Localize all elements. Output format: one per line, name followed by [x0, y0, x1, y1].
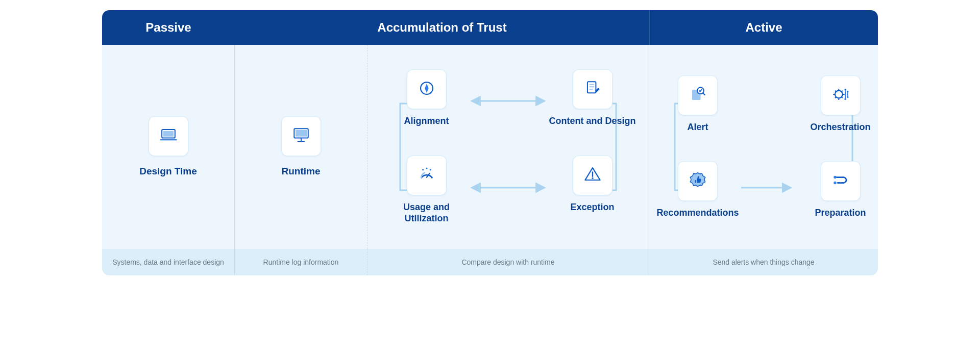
footer-row: Systems, data and interface design Runti…	[102, 249, 878, 275]
thumbs-up-badge-icon	[687, 169, 709, 193]
preparation-label: Preparation	[815, 207, 866, 219]
monitor-icon	[290, 124, 312, 148]
orchestration-cell: Orchestration	[811, 75, 871, 133]
exception-cell: Exception	[549, 156, 636, 224]
gauge-icon	[415, 163, 438, 188]
runtime-tile	[281, 116, 321, 156]
design-time-label: Design Time	[139, 165, 197, 177]
col-active: Alert	[649, 45, 878, 249]
runtime-label: Runtime	[282, 165, 321, 177]
compass-icon	[415, 77, 438, 101]
svg-rect-4	[296, 130, 307, 137]
svg-line-36	[841, 97, 842, 98]
trust-diagram: Passive Accumulation of Trust Active Des…	[102, 10, 878, 275]
svg-line-35	[835, 90, 836, 91]
header-active: Active	[649, 10, 878, 45]
svg-point-40	[844, 89, 846, 91]
magnify-document-icon	[687, 83, 709, 108]
content-design-label: Content and Design	[549, 115, 636, 127]
exception-label: Exception	[570, 201, 614, 213]
usage-cell: Usage and Utilization	[381, 156, 473, 224]
col-passive: Design Time	[102, 45, 235, 249]
svg-point-44	[846, 90, 848, 92]
svg-rect-14	[587, 82, 596, 93]
svg-point-45	[846, 96, 848, 98]
document-pencil-icon	[581, 77, 604, 101]
col-compare: Alignment Content and Design	[368, 45, 649, 249]
usage-label: Usage and Utilization	[381, 201, 473, 224]
preparation-cell: Preparation	[811, 161, 871, 219]
caption-runtime: Runtime log information	[235, 249, 368, 275]
svg-point-19	[422, 169, 424, 170]
svg-point-47	[834, 182, 837, 185]
svg-line-37	[835, 97, 836, 98]
laptop-icon	[157, 124, 180, 148]
caption-passive: Systems, data and interface design	[102, 249, 235, 275]
header-accumulation: Accumulation of Trust	[235, 10, 649, 45]
route-icon	[829, 169, 852, 193]
col-runtime: Runtime	[235, 45, 368, 249]
header-passive: Passive	[102, 10, 235, 45]
alignment-label: Alignment	[404, 115, 449, 127]
alignment-cell: Alignment	[381, 69, 473, 127]
svg-point-41	[844, 93, 846, 95]
alert-label: Alert	[687, 121, 708, 133]
svg-line-29	[703, 93, 705, 95]
svg-line-38	[841, 90, 842, 91]
svg-rect-1	[163, 131, 173, 137]
caption-active: Send alerts when things change	[649, 249, 878, 275]
warning-icon	[581, 163, 604, 188]
svg-point-42	[844, 98, 846, 100]
active-grid: Alert	[656, 75, 870, 219]
design-time-tile	[149, 116, 188, 156]
header-row: Passive Accumulation of Trust Active	[102, 10, 878, 45]
orchestration-label: Orchestration	[811, 121, 871, 133]
svg-point-21	[429, 169, 431, 170]
svg-point-20	[426, 167, 427, 169]
recommendations-label: Recommendations	[656, 207, 739, 219]
alert-cell: Alert	[656, 75, 739, 133]
compare-grid: Alignment Content and Design	[381, 69, 636, 224]
svg-point-46	[834, 176, 837, 179]
body-row: Design Time Runtime	[102, 45, 878, 249]
content-design-cell: Content and Design	[549, 69, 636, 127]
caption-compare: Compare design with runtime	[368, 249, 649, 275]
svg-point-23	[592, 177, 593, 178]
recommendations-cell: Recommendations	[656, 161, 739, 219]
gear-network-icon	[829, 83, 852, 108]
